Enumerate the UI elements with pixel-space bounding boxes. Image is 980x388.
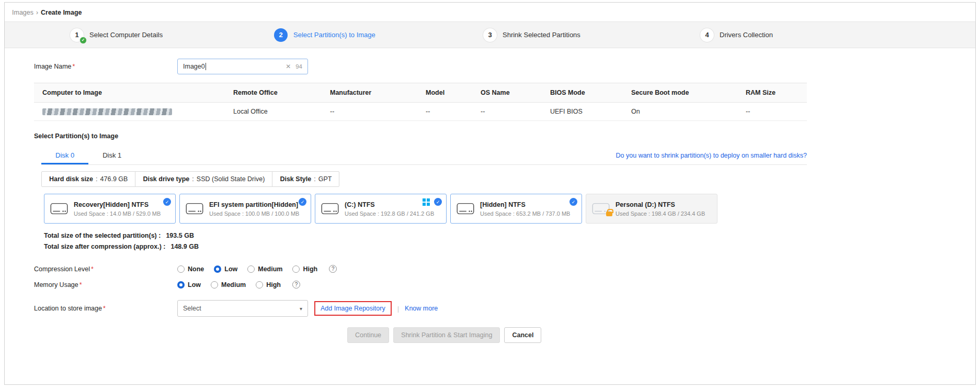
- breadcrumb: Images › Create Image: [5, 3, 975, 21]
- dropdown-selected-value: Select: [183, 305, 201, 312]
- cancel-button[interactable]: Cancel: [504, 327, 541, 343]
- select-partitions-title: Select Partition(s) to Image: [34, 132, 975, 140]
- cell-bios-mode: UEFI BIOS: [542, 103, 623, 121]
- disk-info-size: Hard disk size : 476.9 GB: [42, 172, 135, 186]
- shrink-partitions-link[interactable]: Do you want to shrink partition(s) to de…: [616, 152, 807, 164]
- col-secure-boot-mode: Secure Boot mode: [623, 83, 737, 103]
- memory-help-icon[interactable]: ?: [292, 281, 300, 289]
- disk-drive-icon: [456, 202, 475, 216]
- step-select-partitions[interactable]: 2 Select Partition(s) to Image: [274, 28, 483, 42]
- breadcrumb-current-page: Create Image: [41, 9, 82, 16]
- partition-title: (C:) NTFS: [345, 201, 434, 208]
- radio-compression-low[interactable]: Low: [214, 265, 237, 273]
- disk-drive-icon: [321, 202, 339, 216]
- disk-info-drive-type: Disk drive type : SSD (Solid State Drive…: [135, 172, 272, 186]
- col-ram-size: RAM Size: [737, 83, 807, 103]
- disk-info-box: Hard disk size : 476.9 GB Disk drive typ…: [41, 171, 339, 187]
- image-name-row: Image Name* Image0 ✕ 94: [34, 59, 975, 74]
- computer-name-redacted: [42, 108, 172, 115]
- cell-secure-boot: On: [623, 103, 737, 121]
- step-1-number: 1 ✓: [70, 28, 84, 42]
- partition-card-c-drive[interactable]: (C:) NTFS Used Space : 192.8 GB / 241.2 …: [315, 194, 447, 224]
- radio-compression-medium[interactable]: Medium: [247, 265, 282, 273]
- step-4-number: 4: [700, 28, 714, 42]
- compression-level-row: Compression Level* None Low Medium High …: [34, 265, 975, 273]
- selected-check-icon[interactable]: ✓: [569, 198, 577, 206]
- partition-title: Personal (D:) NTFS: [616, 201, 705, 208]
- tab-disk-1[interactable]: Disk 1: [88, 147, 135, 164]
- partition-card-efi[interactable]: EFI system partition[Hidden] Used Space …: [179, 194, 311, 224]
- compression-radio-group: None Low Medium High ?: [177, 265, 337, 273]
- step-shrink-partitions[interactable]: 3 Shrink Selected Partitions: [483, 28, 700, 42]
- know-more-link[interactable]: Know more: [405, 305, 438, 312]
- required-asterisk: *: [73, 63, 75, 70]
- compression-level-label: Compression Level*: [34, 265, 177, 273]
- footer-actions: Continue Shrink Partition & Start Imagin…: [347, 327, 975, 343]
- image-name-input[interactable]: Image0 ✕ 94: [177, 59, 308, 74]
- location-label: Location to store image*: [34, 305, 177, 312]
- compression-help-icon[interactable]: ?: [329, 265, 337, 273]
- radio-memory-low[interactable]: Low: [177, 281, 201, 289]
- radio-memory-medium[interactable]: Medium: [211, 281, 246, 289]
- partition-card-personal-d: Personal (D:) NTFS Used Space : 198.4 GB…: [586, 194, 717, 224]
- step-4-label: Drivers Collection: [720, 31, 773, 39]
- partition-card-hidden[interactable]: [Hidden] NTFS Used Space : 653.2 MB / 73…: [450, 194, 582, 224]
- selected-check-icon[interactable]: ✓: [163, 198, 171, 206]
- required-asterisk: *: [103, 305, 106, 312]
- radio-icon[interactable]: [247, 265, 255, 273]
- radio-compression-none[interactable]: None: [177, 265, 204, 273]
- char-counter: 94: [295, 63, 302, 70]
- step-3-number: 3: [483, 28, 497, 42]
- disk-drive-locked-icon: [591, 202, 610, 216]
- disk-drive-icon: [185, 202, 204, 216]
- partition-title: [Hidden] NTFS: [480, 201, 570, 208]
- image-name-value: Image0: [183, 63, 205, 70]
- cell-remote-office: Local Office: [225, 103, 322, 121]
- total-compressed-size: Total size after compression (approx.) :…: [44, 243, 975, 250]
- disk-tabs-row: Disk 0 Disk 1 Do you want to shrink part…: [41, 147, 807, 165]
- col-computer-to-image: Computer to Image: [34, 83, 225, 103]
- partition-used-space: Used Space : 14.0 MB / 529.0 MB: [74, 210, 161, 217]
- step-2-label: Select Partition(s) to Image: [293, 31, 375, 39]
- partition-title: EFI system partition[Hidden]: [209, 201, 299, 208]
- breadcrumb-separator-icon: ›: [36, 9, 38, 16]
- partition-used-space: Used Space : 198.4 GB / 234.4 GB: [616, 210, 705, 217]
- radio-icon[interactable]: [177, 265, 185, 273]
- add-image-repository-link[interactable]: Add Image Repository: [314, 301, 392, 316]
- step-2-number: 2: [274, 28, 288, 42]
- col-bios-mode: BIOS Mode: [542, 83, 623, 103]
- chevron-down-icon: ▾: [300, 306, 302, 312]
- continue-button[interactable]: Continue: [347, 327, 389, 343]
- radio-compression-high[interactable]: High: [292, 265, 317, 273]
- selected-check-icon[interactable]: ✓: [434, 198, 442, 206]
- radio-icon[interactable]: [256, 281, 263, 289]
- partition-used-space: Used Space : 653.2 MB / 737.0 MB: [480, 210, 570, 217]
- step-drivers-collection[interactable]: 4 Drivers Collection: [700, 28, 773, 42]
- col-model: Model: [417, 83, 472, 103]
- text-cursor: [206, 63, 206, 70]
- wizard-stepper: 1 ✓ Select Computer Details 2 Select Par…: [5, 21, 975, 48]
- radio-selected-icon[interactable]: [214, 265, 221, 273]
- tab-disk-0[interactable]: Disk 0: [41, 147, 88, 164]
- link-divider: |: [397, 305, 399, 313]
- required-asterisk: *: [91, 265, 94, 273]
- cell-model: --: [417, 103, 472, 121]
- location-select-dropdown[interactable]: Select ▾: [177, 300, 308, 317]
- memory-usage-label: Memory Usage*: [34, 281, 177, 289]
- radio-selected-icon[interactable]: [177, 281, 185, 289]
- cell-os-name: --: [472, 103, 542, 121]
- shrink-and-start-imaging-button[interactable]: Shrink Partition & Start Imaging: [393, 327, 500, 343]
- computer-table: Computer to Image Remote Office Manufact…: [34, 83, 807, 121]
- cell-manufacturer: --: [322, 103, 417, 121]
- partition-card-recovery[interactable]: Recovery[Hidden] NTFS Used Space : 14.0 …: [44, 194, 176, 224]
- selected-check-icon[interactable]: ✓: [299, 198, 306, 206]
- breadcrumb-images-link[interactable]: Images: [12, 9, 33, 16]
- windows-logo-icon: [423, 198, 430, 206]
- radio-icon[interactable]: [211, 281, 218, 289]
- clear-input-icon[interactable]: ✕: [286, 63, 291, 70]
- disk-drive-icon: [50, 202, 69, 216]
- image-name-label: Image Name*: [34, 63, 177, 70]
- radio-icon[interactable]: [292, 265, 300, 273]
- step-select-computer-details[interactable]: 1 ✓ Select Computer Details: [70, 28, 274, 42]
- radio-memory-high[interactable]: High: [256, 281, 281, 289]
